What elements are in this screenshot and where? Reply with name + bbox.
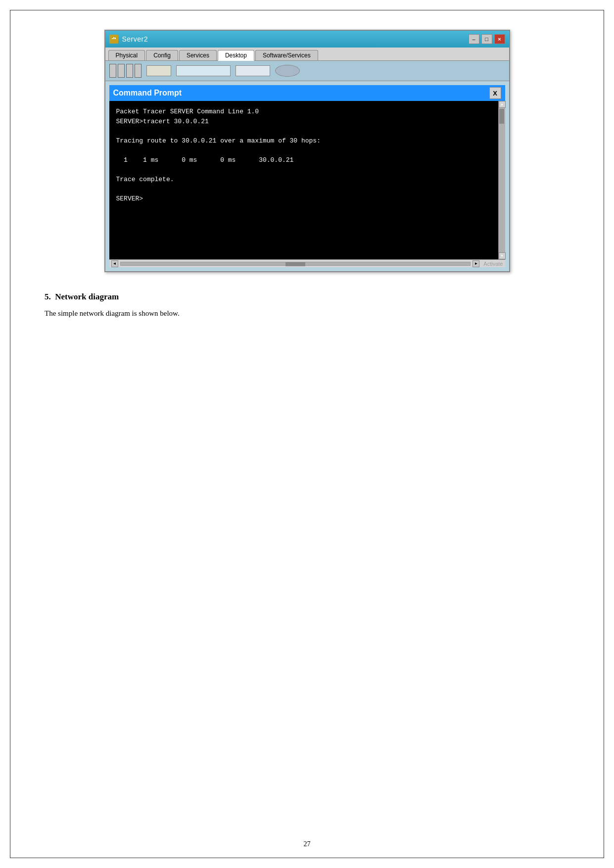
scroll-right-button[interactable]: ► bbox=[472, 260, 479, 267]
cmd-prompt-header: Command Prompt X bbox=[109, 85, 505, 101]
h-scroll-thumb bbox=[285, 262, 305, 266]
cmd-close-button[interactable]: X bbox=[489, 87, 501, 99]
scroll-up-button[interactable]: ▲ bbox=[499, 101, 506, 108]
cmd-terminal[interactable]: Packet Tracer SERVER Command Line 1.0 SE… bbox=[109, 101, 505, 259]
tab-desktop[interactable]: Desktop bbox=[218, 50, 254, 61]
scroll-down-button[interactable]: ▼ bbox=[499, 252, 506, 259]
page-number: 27 bbox=[304, 840, 311, 848]
cmd-prompt-panel: Command Prompt X Packet Tracer SERVER Co… bbox=[109, 85, 505, 259]
vertical-scrollbar[interactable]: ▲ ▼ bbox=[498, 101, 505, 259]
terminal-text: Packet Tracer SERVER Command Line 1.0 SE… bbox=[116, 107, 495, 203]
bottom-bar: ◄ ► Activate bbox=[109, 259, 505, 267]
cmd-prompt-title: Command Prompt bbox=[113, 89, 182, 97]
scroll-thumb bbox=[499, 109, 504, 124]
horizontal-scrollbar[interactable]: ◄ ► bbox=[111, 260, 480, 267]
activate-watermark: Activate bbox=[483, 261, 503, 267]
scroll-track bbox=[499, 108, 505, 252]
pt-body: Command Prompt X Packet Tracer SERVER Co… bbox=[105, 81, 509, 271]
scroll-left-button[interactable]: ◄ bbox=[111, 260, 118, 267]
h-scroll-track bbox=[120, 262, 471, 266]
